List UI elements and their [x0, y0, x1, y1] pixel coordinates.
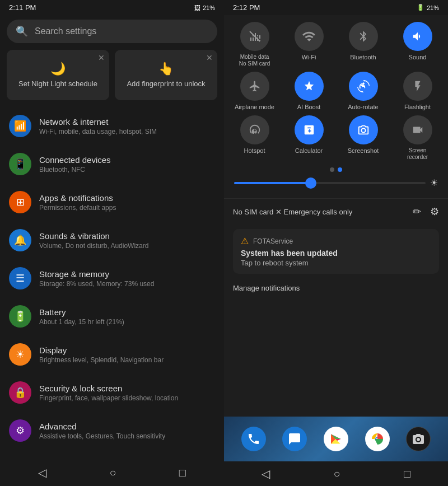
fingerprint-icon: 👆 — [158, 62, 174, 76]
qs-wifi-label: Wi-Fi — [302, 54, 316, 61]
settings-item-storage[interactable]: ☰ Storage & memory Storage: 8% used, Mem… — [0, 259, 224, 297]
sim-icons: ✏ ⚙ — [413, 205, 439, 218]
display-sub: Brightness level, Splendid, Navigation b… — [39, 356, 164, 364]
qs-ai-boost-label: AI Boost — [297, 104, 321, 111]
sounds-icon: 🔔 — [9, 229, 31, 251]
status-icons-left: 🖼 21% — [194, 4, 215, 11]
qs-screen-recorder-btn[interactable] — [403, 115, 432, 144]
suggestion-fingerprint[interactable]: ✕ 👆 Add fingerprint to unlock — [115, 50, 217, 100]
messages-app-icon[interactable] — [282, 427, 307, 451]
display-icon: ☀ — [9, 343, 31, 366]
slider-thumb[interactable] — [305, 177, 316, 189]
qs-auto-rotate[interactable]: Auto-rotate — [338, 72, 388, 111]
qs-mobile-data-label: Mobile dataNo SIM card — [239, 54, 270, 67]
phone-app-icon[interactable] — [241, 427, 266, 451]
suggestion-night-light[interactable]: ✕ 🌙 Set Night Light schedule — [7, 50, 109, 100]
status-bar-right: 2:12 PM 🔋 21% — [224, 0, 448, 15]
security-sub: Fingerprint, face, wallpaper slideshow, … — [39, 394, 178, 402]
qs-sound[interactable]: Sound — [393, 22, 442, 67]
settings-item-security[interactable]: 🔒 Security & lock screen Fingerprint, fa… — [0, 373, 224, 412]
battery-icon-right: 🔋 — [417, 4, 424, 11]
home-button-left[interactable]: ○ — [109, 466, 116, 479]
search-input[interactable]: Search settings — [35, 26, 96, 36]
fingerprint-label: Add fingerprint to unlock — [127, 80, 205, 89]
qs-wifi[interactable]: Wi-Fi — [284, 22, 334, 67]
battery-left: 21% — [203, 4, 215, 11]
settings-item-battery[interactable]: 🔋 Battery About 1 day, 15 hr left (21%) — [0, 297, 224, 335]
chrome-app-icon[interactable] — [365, 427, 390, 451]
storage-title: Storage & memory — [39, 269, 154, 279]
edit-icon[interactable]: ✏ — [413, 205, 421, 218]
storage-icon: ☰ — [9, 267, 31, 289]
sounds-sub: Volume, Do not disturb, AudioWizard — [39, 242, 148, 250]
qs-calculator-btn[interactable] — [295, 115, 324, 144]
home-button-right[interactable]: ○ — [333, 468, 340, 480]
play-app-icon[interactable] — [324, 427, 348, 451]
qs-sound-btn[interactable] — [403, 22, 432, 51]
notif-body: Tap to reboot system — [241, 259, 431, 267]
qs-screenshot-btn[interactable] — [349, 115, 378, 144]
close-night-light[interactable]: ✕ — [98, 53, 105, 62]
qs-airplane[interactable]: Airplane mode — [230, 72, 279, 111]
night-light-icon: 🌙 — [50, 62, 66, 76]
settings-item-network[interactable]: 📶 Network & internet Wi-Fi, mobile, data… — [0, 107, 224, 145]
search-bar[interactable]: 🔍 Search settings — [7, 20, 217, 43]
notif-fota[interactable]: ⚠ FOTAService System has been updated Ta… — [233, 229, 439, 274]
recents-button-left[interactable]: □ — [179, 466, 186, 479]
security-icon: 🔒 — [9, 381, 31, 404]
camera-app-icon[interactable] — [406, 427, 431, 451]
connected-icon: 📱 — [9, 153, 31, 175]
settings-item-advanced[interactable]: ⚙ Advanced Assistive tools, Gestures, To… — [0, 412, 224, 450]
settings-list: 📶 Network & internet Wi-Fi, mobile, data… — [0, 107, 224, 459]
qs-flashlight-btn[interactable] — [403, 72, 432, 101]
sounds-title: Sounds & vibration — [39, 231, 148, 241]
qs-wifi-btn[interactable] — [295, 22, 324, 51]
close-fingerprint[interactable]: ✕ — [206, 53, 213, 62]
apps-icon: ⊞ — [9, 191, 31, 213]
night-light-label: Set Night Light schedule — [18, 80, 97, 89]
home-wallpaper — [224, 417, 448, 461]
time-left: 2:11 PM — [9, 3, 36, 12]
settings-item-connected[interactable]: 📱 Connected devices Bluetooth, NFC — [0, 145, 224, 183]
settings-item-display[interactable]: ☀ Display Brightness level, Splendid, Na… — [0, 335, 224, 373]
qs-dot-1 — [330, 167, 334, 172]
qs-calculator[interactable]: Calculator — [284, 115, 334, 161]
qs-auto-rotate-btn[interactable] — [349, 72, 378, 101]
manage-notifications[interactable]: Manage notifications — [233, 278, 439, 298]
sim-text: No SIM card ✕ Emergency calls only — [233, 208, 352, 216]
settings-item-sounds[interactable]: 🔔 Sounds & vibration Volume, Do not dist… — [0, 221, 224, 259]
qs-hotspot-btn[interactable] — [240, 115, 269, 144]
qs-screen-recorder[interactable]: Screenrecorder — [393, 115, 442, 161]
brightness-slider[interactable]: ☀ — [230, 177, 442, 188]
settings-item-apps[interactable]: ⊞ Apps & notifications Permissions, defa… — [0, 183, 224, 221]
security-title: Security & lock screen — [39, 384, 178, 393]
advanced-sub: Assistive tools, Gestures, Touch sensiti… — [39, 432, 165, 440]
settings-icon[interactable]: ⚙ — [430, 205, 439, 218]
slider-track[interactable] — [234, 182, 426, 184]
qs-mobile-data-btn[interactable] — [240, 22, 269, 51]
qs-bluetooth-btn[interactable] — [349, 22, 378, 51]
qs-hotspot[interactable]: Hotspot — [230, 115, 279, 161]
qs-grid: Mobile dataNo SIM card Wi-Fi Bluetooth S… — [230, 22, 442, 161]
security-text: Security & lock screen Fingerprint, face… — [39, 384, 178, 402]
qs-airplane-btn[interactable] — [240, 72, 269, 101]
status-bar-left: 2:11 PM 🖼 21% — [0, 0, 224, 15]
qs-ai-boost[interactable]: AI Boost — [284, 72, 334, 111]
qs-flashlight[interactable]: Flashlight — [393, 72, 442, 111]
notif-warning-icon: ⚠ — [241, 236, 249, 246]
qs-bluetooth[interactable]: Bluetooth — [338, 22, 388, 67]
back-button-right[interactable]: ◁ — [262, 467, 270, 480]
network-sub: Wi-Fi, mobile, data usage, hotspot, SIM — [39, 128, 157, 135]
qs-screenshot-label: Screenshot — [348, 147, 379, 155]
connected-title: Connected devices — [39, 155, 111, 165]
notif-header: ⚠ FOTAService — [241, 236, 431, 246]
qs-flashlight-label: Flashlight — [404, 104, 431, 111]
qs-ai-boost-btn[interactable] — [295, 72, 324, 101]
qs-mobile-data[interactable]: Mobile dataNo SIM card — [230, 22, 279, 67]
back-button-left[interactable]: ◁ — [38, 466, 46, 479]
notifications-panel: 2:12 PM 🔋 21% Mobile dataNo SIM card Wi-… — [224, 0, 448, 486]
qs-screenshot[interactable]: Screenshot — [338, 115, 388, 161]
status-icons-right: 🔋 21% — [417, 4, 439, 11]
storage-sub: Storage: 8% used, Memory: 73% used — [39, 280, 154, 288]
recents-button-right[interactable]: □ — [404, 468, 410, 480]
